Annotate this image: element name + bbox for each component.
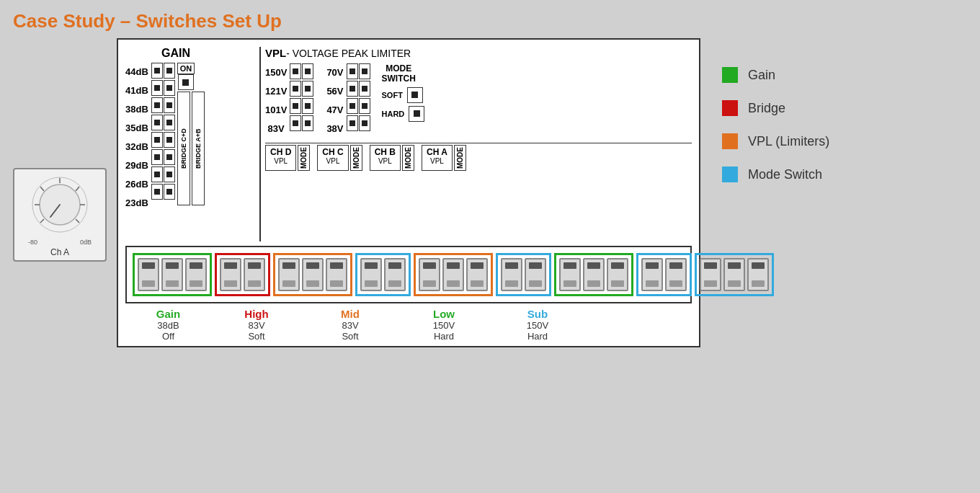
switch-btn[interactable] [747, 258, 769, 291]
gain-level-35: 35dB [125, 119, 148, 136]
knob-max-label: 0dB [80, 239, 92, 246]
ch-a-label: CH A [427, 147, 447, 157]
vpl-sw[interactable] [347, 81, 358, 97]
switch-btn[interactable] [442, 258, 464, 291]
legend-item-bridge: Bridge [722, 100, 829, 116]
vpl-sw[interactable] [359, 115, 370, 131]
vpl-sw[interactable] [302, 81, 313, 97]
vpl-101v: 101V [265, 101, 287, 118]
switch-btn[interactable] [700, 258, 721, 291]
bottom-switch-area [125, 246, 692, 303]
gain-sw[interactable] [164, 97, 175, 113]
switch-unit [525, 258, 546, 291]
gain-sw[interactable] [164, 63, 175, 79]
switch-btn[interactable] [278, 258, 300, 291]
legend-mode-label: Mode Switch [748, 167, 822, 182]
switch-btn[interactable] [607, 258, 628, 291]
switch-btn[interactable] [244, 258, 265, 291]
ch-a-vpl: VPL [430, 157, 444, 165]
vpl-sw[interactable] [359, 81, 370, 97]
gain-level-29: 29dB [125, 156, 148, 174]
mode-swatch [722, 166, 738, 182]
gain-sw[interactable] [151, 184, 163, 200]
knob-panel: -80 0dB Ch A [13, 168, 107, 262]
vpl-sw[interactable] [302, 63, 313, 79]
switch-btn[interactable] [501, 258, 522, 291]
gain-level-41: 41dB [125, 81, 148, 99]
ch-c-label: CH C [322, 147, 343, 157]
switch-btn[interactable] [220, 258, 241, 291]
vpl-sw[interactable] [302, 115, 313, 131]
switch-unit [442, 258, 464, 291]
gain-sw[interactable] [164, 149, 175, 165]
vpl-sw[interactable] [302, 98, 313, 114]
hard-switch[interactable] [409, 106, 424, 122]
vpl-sw[interactable] [290, 98, 301, 114]
on-label: ON [177, 63, 195, 74]
vpl-sw[interactable] [347, 98, 358, 114]
switch-unit [244, 258, 265, 291]
switch-unit [466, 258, 488, 291]
gain-sw[interactable] [151, 149, 163, 165]
vpl-sw[interactable] [347, 115, 358, 131]
soft-switch[interactable] [407, 87, 423, 103]
gain-sw[interactable] [151, 132, 163, 148]
high-switch-group [273, 253, 352, 296]
switch-btn[interactable] [138, 258, 159, 291]
gain-sw[interactable] [164, 80, 175, 96]
vpl-sw[interactable] [290, 115, 301, 131]
gain-sw[interactable] [151, 63, 163, 79]
switch-btn[interactable] [419, 258, 440, 291]
switch-unit [220, 258, 241, 291]
ch-c-vpl: VPL [326, 157, 340, 165]
vpl-sw[interactable] [347, 63, 358, 79]
hard-label: HARD [382, 110, 405, 118]
mid-mode-switch-group [496, 253, 551, 296]
vpl-121v: 121V [265, 82, 287, 99]
sub-switch-group [695, 253, 774, 296]
vpl-sw[interactable] [290, 63, 301, 79]
ch-d-mode: MODE [298, 145, 310, 171]
ch-b-label: CH B [375, 147, 396, 157]
vpl-swatch [722, 133, 738, 149]
switch-btn[interactable] [360, 258, 382, 291]
svg-line-6 [40, 219, 44, 223]
gain-sw[interactable] [151, 97, 163, 113]
high-bottom-label: High [244, 308, 268, 320]
gain-val2: Off [162, 331, 174, 342]
switch-btn[interactable] [723, 258, 745, 291]
gain-sw[interactable] [151, 166, 163, 182]
switch-btn[interactable] [466, 258, 488, 291]
switch-unit [278, 258, 300, 291]
switch-btn[interactable] [185, 258, 207, 291]
switch-btn[interactable] [583, 258, 605, 291]
switch-btn[interactable] [161, 258, 183, 291]
ch-a-mode: MODE [454, 145, 466, 171]
switch-btn[interactable] [384, 258, 406, 291]
gain-sw[interactable] [151, 115, 163, 130]
gain-sw[interactable] [164, 132, 175, 148]
vpl-sw[interactable] [290, 81, 301, 97]
switch-btn[interactable] [665, 258, 687, 291]
gain-sw[interactable] [164, 166, 175, 182]
gain-bottom-label: Gain [156, 308, 180, 320]
switch-unit [583, 258, 605, 291]
legend-item-vpl: VPL (Limiters) [722, 133, 829, 149]
gain-sw[interactable] [151, 80, 163, 96]
switch-unit [384, 258, 406, 291]
vpl-sw[interactable] [359, 98, 370, 114]
gain-sw[interactable] [164, 184, 175, 200]
switch-unit [747, 258, 769, 291]
switch-btn[interactable] [525, 258, 546, 291]
switch-btn[interactable] [302, 258, 324, 291]
vpl-sw[interactable] [359, 63, 370, 79]
switch-btn[interactable] [641, 258, 663, 291]
switch-btn[interactable] [559, 258, 581, 291]
on-switch[interactable] [178, 74, 194, 90]
switch-unit [185, 258, 207, 291]
gain-sw[interactable] [164, 115, 175, 130]
switch-unit [641, 258, 663, 291]
switch-unit [138, 258, 159, 291]
mid-bottom-label: Mid [341, 308, 360, 320]
switch-btn[interactable] [326, 258, 347, 291]
